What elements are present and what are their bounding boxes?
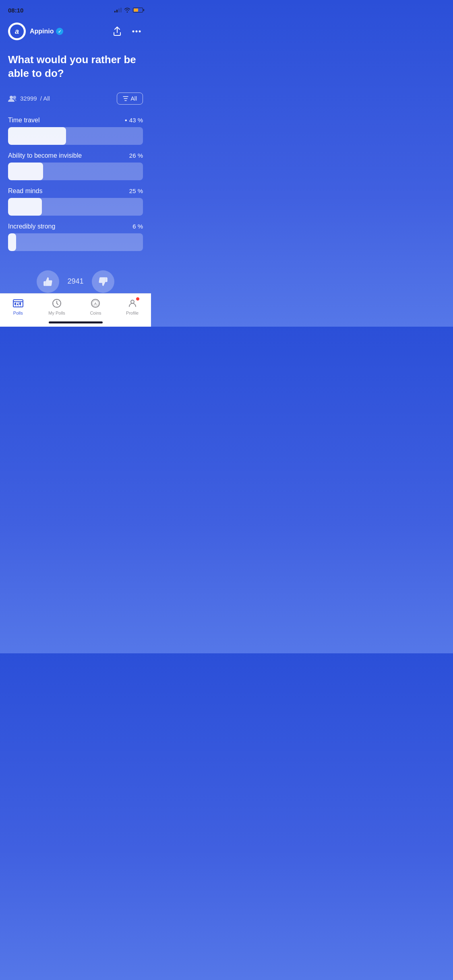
progress-fill <box>8 198 42 216</box>
progress-fill <box>8 127 66 145</box>
poll-option: Ability to become invisible26 % <box>8 152 143 180</box>
nav-item-profile[interactable]: Profile <box>126 298 139 315</box>
status-time: 08:10 <box>8 7 23 14</box>
progress-track <box>8 163 143 180</box>
progress-track <box>8 233 143 251</box>
svg-point-2 <box>139 31 141 33</box>
option-percent: 43 % <box>125 117 143 124</box>
progress-fill <box>8 233 16 251</box>
poll-option: Incredibly strong6 % <box>8 223 143 251</box>
svg-point-0 <box>132 31 134 33</box>
poll-options: Time travel43 %Ability to become invisib… <box>0 117 151 251</box>
stats-row: 32999 / All All <box>8 93 143 105</box>
status-bar: 08:10 <box>0 0 151 18</box>
nav-item-polls[interactable]: Polls <box>12 298 24 315</box>
coins-icon: A <box>90 298 101 309</box>
poll-question: What would you rather be able to do? <box>8 53 143 80</box>
option-label: Read minds <box>8 187 42 195</box>
option-label: Ability to become invisible <box>8 152 82 159</box>
polls-icon <box>12 298 24 309</box>
my-polls-nav-label: My Polls <box>48 311 65 315</box>
respondents-label: / All <box>40 95 50 102</box>
option-label: Time travel <box>8 117 40 124</box>
svg-point-1 <box>136 31 138 33</box>
reaction-count: 2941 <box>67 277 83 286</box>
my-polls-icon <box>51 298 62 309</box>
option-percent: 25 % <box>129 187 143 194</box>
svg-rect-7 <box>17 304 19 305</box>
respondents-number: 32999 <box>20 95 37 102</box>
profile-nav-label: Profile <box>126 311 139 315</box>
svg-point-3 <box>10 96 13 99</box>
svg-point-4 <box>13 96 16 99</box>
home-indicator <box>49 321 103 323</box>
question-section: What would you rather be able to do? 329… <box>0 45 151 117</box>
nav-item-coins[interactable]: A Coins <box>90 298 101 315</box>
avatar-letter: a <box>10 25 24 38</box>
svg-rect-6 <box>14 303 16 305</box>
respondents-count: 32999 / All <box>8 95 50 102</box>
poll-option: Read minds25 % <box>8 187 143 216</box>
polls-nav-label: Polls <box>13 311 23 315</box>
share-icon[interactable] <box>111 25 124 38</box>
progress-track <box>8 127 143 145</box>
avatar: a <box>8 23 26 40</box>
option-label: Incredibly strong <box>8 223 55 230</box>
verified-badge: ✓ <box>56 28 63 35</box>
thumbs-down-button[interactable] <box>92 270 114 293</box>
progress-track <box>8 198 143 216</box>
app-header: a Appinio ✓ <box>0 18 151 45</box>
bottom-nav: Polls My Polls A Coins <box>0 293 151 327</box>
battery-icon <box>133 8 143 12</box>
signal-icon <box>114 8 122 12</box>
nav-item-my-polls[interactable]: My Polls <box>48 298 65 315</box>
brand-name: Appinio ✓ <box>30 28 63 35</box>
progress-fill <box>8 163 43 180</box>
option-percent: 26 % <box>129 152 143 159</box>
svg-text:A: A <box>94 302 97 306</box>
svg-point-16 <box>131 300 134 303</box>
svg-rect-8 <box>19 303 21 305</box>
wifi-icon <box>124 8 130 12</box>
status-icons <box>114 8 143 12</box>
coins-nav-label: Coins <box>90 311 101 315</box>
profile-badge <box>136 297 140 301</box>
profile-icon <box>127 298 138 309</box>
thumbs-up-button[interactable] <box>37 270 59 293</box>
filter-button[interactable]: All <box>117 93 143 105</box>
more-icon[interactable] <box>130 25 143 38</box>
poll-option: Time travel43 % <box>8 117 143 145</box>
option-percent: 6 % <box>132 223 143 230</box>
